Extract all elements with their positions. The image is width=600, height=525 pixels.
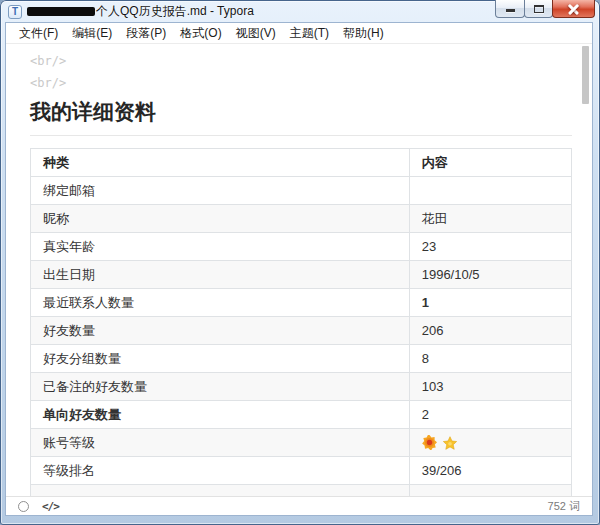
qq-level-sun-icon: [422, 435, 437, 450]
table-row: 真实年龄 23: [31, 233, 572, 261]
table-row-partial: [31, 485, 572, 497]
maximize-button[interactable]: [524, 0, 553, 18]
row-label-cell[interactable]: 真实年龄: [31, 233, 410, 261]
row-label-cell[interactable]: [31, 485, 410, 497]
minimize-icon: [506, 9, 515, 12]
row-value-cell[interactable]: 103: [409, 373, 571, 401]
row-value-cell[interactable]: 花田: [409, 205, 571, 233]
row-label-cell[interactable]: 已备注的好友数量: [31, 373, 410, 401]
menu-view[interactable]: 视图(V): [229, 23, 283, 44]
profile-table: 种类 内容 绑定邮箱 昵称 花田 真实年龄 23: [30, 148, 572, 496]
table-row: 昵称 花田: [31, 205, 572, 233]
row-label-cell[interactable]: 好友数量: [31, 317, 410, 345]
row-label-cell[interactable]: 最近联系人数量: [31, 289, 410, 317]
header-cell-content[interactable]: 内容: [409, 149, 571, 177]
word-count[interactable]: 752 词: [548, 499, 580, 514]
window-controls: [496, 0, 595, 18]
table-row: 等级排名 39/206: [31, 457, 572, 485]
menu-help[interactable]: 帮助(H): [336, 23, 391, 44]
row-value-cell[interactable]: 206: [409, 317, 571, 345]
titlebar: T 个人QQ历史报告.md - Typora: [0, 0, 600, 23]
table-row: 好友分组数量 8: [31, 345, 572, 373]
row-label-cell[interactable]: 单向好友数量: [31, 401, 410, 429]
editor-content[interactable]: <br/> <br/> 我的详细资料 种类 内容 绑定邮箱: [6, 44, 592, 496]
close-icon: [568, 3, 579, 14]
table-row: 好友数量 206: [31, 317, 572, 345]
source-code-icon[interactable]: </>: [42, 500, 59, 513]
row-value-cell[interactable]: 23: [409, 233, 571, 261]
raw-br-line[interactable]: <br/>: [30, 50, 572, 72]
row-value-cell[interactable]: [409, 485, 571, 497]
focus-circle-icon[interactable]: [18, 501, 29, 512]
row-value-cell[interactable]: 1996/10/5: [409, 261, 571, 289]
table-row: 账号等级: [31, 429, 572, 457]
table-row: 绑定邮箱: [31, 177, 572, 205]
menu-edit[interactable]: 编辑(E): [65, 23, 119, 44]
table-row: 出生日期 1996/10/5: [31, 261, 572, 289]
vertical-scrollbar-thumb[interactable]: [582, 46, 589, 104]
row-value-cell[interactable]: [409, 429, 571, 457]
client-area: 文件(F) 编辑(E) 段落(P) 格式(O) 视图(V) 主题(T) 帮助(H…: [6, 23, 592, 515]
row-value-cell[interactable]: 1: [409, 289, 571, 317]
table-row: 已备注的好友数量 103: [31, 373, 572, 401]
minimize-button[interactable]: [495, 0, 525, 18]
redacted-text: [27, 7, 95, 16]
close-button[interactable]: [552, 0, 595, 18]
page-title[interactable]: 我的详细资料: [30, 98, 572, 136]
menu-paragraph[interactable]: 段落(P): [119, 23, 173, 44]
menu-file[interactable]: 文件(F): [12, 23, 65, 44]
typora-window: T 个人QQ历史报告.md - Typora 文件(F) 编辑(E) 段落(P)…: [0, 0, 600, 525]
qq-level-star-icon: [443, 436, 457, 450]
row-value-cell[interactable]: 2: [409, 401, 571, 429]
row-label-cell[interactable]: 昵称: [31, 205, 410, 233]
row-label-cell[interactable]: 账号等级: [31, 429, 410, 457]
row-value-cell[interactable]: 39/206: [409, 457, 571, 485]
menu-theme[interactable]: 主题(T): [283, 23, 336, 44]
row-label-cell[interactable]: 等级排名: [31, 457, 410, 485]
table-row: 最近联系人数量 1: [31, 289, 572, 317]
table-header-row: 种类 内容: [31, 149, 572, 177]
table-row: 单向好友数量 2: [31, 401, 572, 429]
row-label-cell[interactable]: 绑定邮箱: [31, 177, 410, 205]
row-value-cell[interactable]: [409, 177, 571, 205]
maximize-icon: [534, 5, 544, 13]
menubar: 文件(F) 编辑(E) 段落(P) 格式(O) 视图(V) 主题(T) 帮助(H…: [6, 23, 592, 44]
window-title: 个人QQ历史报告.md - Typora: [96, 3, 254, 20]
row-label-cell[interactable]: 好友分组数量: [31, 345, 410, 373]
menu-format[interactable]: 格式(O): [173, 23, 228, 44]
app-icon[interactable]: T: [8, 5, 22, 19]
row-value-cell[interactable]: 8: [409, 345, 571, 373]
raw-br-line[interactable]: <br/>: [30, 72, 572, 94]
statusbar: </> 752 词: [6, 496, 592, 515]
row-label-cell[interactable]: 出生日期: [31, 261, 410, 289]
header-cell-type[interactable]: 种类: [31, 149, 410, 177]
